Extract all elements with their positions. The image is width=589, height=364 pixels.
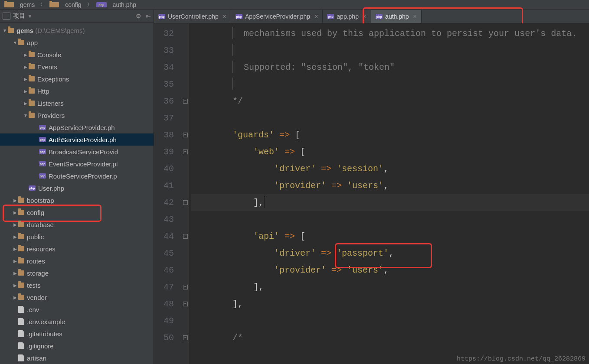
close-icon[interactable]: ×: [223, 13, 226, 20]
tree-row[interactable]: ▶routes: [0, 255, 154, 267]
code-line[interactable]: 'api' => [: [191, 228, 589, 245]
tree-row[interactable]: .gitattributes: [0, 328, 154, 340]
code-line[interactable]: 'web' => [: [191, 143, 589, 160]
tree-row[interactable]: ▼Providers: [0, 109, 154, 121]
php-file-icon: php: [39, 173, 46, 179]
folder-icon: [8, 28, 14, 33]
tree-row[interactable]: ▶vendor: [0, 291, 154, 303]
fold-toggle-icon[interactable]: −: [183, 150, 188, 154]
project-tree[interactable]: ▼ gems (D:\GEMS\gems) ▼app▶Console▶Event…: [0, 23, 154, 364]
code-line[interactable]: 'driver' => 'passport',: [191, 245, 589, 262]
collapse-icon[interactable]: ⇤: [146, 13, 151, 20]
tree-arrow-icon[interactable]: ▼: [23, 113, 29, 118]
tree-row[interactable]: artisan: [0, 352, 154, 364]
tree-row[interactable]: .env.example: [0, 315, 154, 328]
breadcrumb-item[interactable]: gems: [3, 1, 38, 8]
tree-row[interactable]: ▶Console: [0, 49, 154, 61]
fold-toggle-icon[interactable]: −: [183, 234, 188, 239]
code-line[interactable]: Supported: "session", "token": [191, 59, 589, 76]
file-icon: [18, 330, 24, 337]
breadcrumb-item[interactable]: config: [48, 1, 85, 8]
code-line[interactable]: 'guards' => [: [191, 127, 589, 143]
tree-row[interactable]: ▶tests: [0, 279, 154, 291]
php-file-icon: php: [39, 137, 46, 142]
fold-toggle-icon[interactable]: −: [183, 133, 188, 137]
breadcrumb-item[interactable]: phpauth.php: [95, 1, 140, 8]
tree-arrow-icon[interactable]: ▶: [12, 234, 18, 239]
tree-row[interactable]: ▶database: [0, 218, 154, 231]
tree-row[interactable]: ▶resources: [0, 243, 154, 255]
chevron-down-icon[interactable]: ▼: [28, 14, 32, 19]
code-line[interactable]: [191, 110, 589, 127]
tree-row[interactable]: ▶config: [0, 206, 154, 218]
tree-row[interactable]: ▶bootstrap: [0, 194, 154, 206]
editor-tab[interactable]: phpUserController.php×: [154, 10, 231, 23]
tree-arrow-icon[interactable]: ▶: [23, 101, 29, 106]
tree-row[interactable]: phpBroadcastServiceProvid: [0, 146, 154, 158]
folder-icon: [29, 64, 35, 69]
code-line[interactable]: 'provider' => 'users',: [191, 262, 589, 279]
code-line[interactable]: ],: [191, 279, 589, 296]
tree-row[interactable]: phpAppServiceProvider.ph: [0, 121, 154, 133]
tree-arrow-icon[interactable]: ▶: [23, 77, 29, 81]
close-icon[interactable]: ×: [363, 13, 366, 20]
tree-row[interactable]: ▶public: [0, 231, 154, 243]
fold-toggle-icon[interactable]: −: [183, 335, 188, 340]
code-line[interactable]: ],: [191, 296, 589, 312]
code-lines[interactable]: mechanisms used by this application to p…: [189, 23, 589, 364]
tree-row[interactable]: phpEventServiceProvider.pl: [0, 158, 154, 170]
folder-icon: [18, 246, 24, 251]
sidebar-title[interactable]: 项目: [13, 12, 25, 20]
tree-row[interactable]: ▶Http: [0, 85, 154, 97]
tree-row[interactable]: .gitignore: [0, 340, 154, 352]
project-pane-icon[interactable]: [3, 13, 10, 20]
tree-arrow-icon[interactable]: ▶: [12, 259, 18, 263]
close-icon[interactable]: ×: [413, 13, 417, 20]
tree-row[interactable]: ▶Events: [0, 61, 154, 73]
tree-arrow-icon[interactable]: ▶: [12, 198, 18, 203]
code-line[interactable]: [191, 42, 589, 59]
folder-icon: [18, 283, 24, 288]
tree-arrow-icon[interactable]: ▶: [23, 65, 29, 69]
tree-row[interactable]: phpAuthServiceProvider.ph: [0, 133, 154, 146]
tree-arrow-icon[interactable]: ▶: [12, 222, 18, 227]
editor-tab[interactable]: phpapp.php×: [323, 10, 371, 23]
tree-arrow-icon[interactable]: ▶: [23, 89, 29, 94]
tree-arrow-icon[interactable]: ▶: [12, 295, 18, 300]
code-line[interactable]: [191, 312, 589, 329]
php-file-icon: php: [327, 14, 334, 19]
editor-tab[interactable]: phpAppServiceProvider.php×: [231, 10, 323, 23]
code-line[interactable]: */: [191, 93, 589, 110]
tree-row[interactable]: phpUser.php: [0, 182, 154, 194]
tree-row[interactable]: ▶Listeners: [0, 97, 154, 109]
code-line[interactable]: ],: [191, 194, 589, 211]
tree-row[interactable]: ▶Exceptions: [0, 73, 154, 85]
tree-arrow-icon[interactable]: ▶: [12, 271, 18, 276]
tree-arrow-icon[interactable]: ▼: [12, 40, 18, 45]
tree-arrow-icon[interactable]: ▶: [12, 247, 18, 251]
fold-toggle-icon[interactable]: −: [183, 285, 188, 289]
code-line[interactable]: 'provider' => 'users',: [191, 177, 589, 194]
tree-root[interactable]: ▼ gems (D:\GEMS\gems): [0, 24, 154, 36]
tree-row[interactable]: phpRouteServiceProvider.p: [0, 170, 154, 182]
fold-toggle-icon[interactable]: −: [183, 302, 188, 306]
code-line[interactable]: 'driver' => 'session',: [191, 160, 589, 177]
editor-tab[interactable]: phpauth.php×: [371, 10, 422, 23]
code-line[interactable]: [191, 76, 589, 93]
code-editor[interactable]: 32333435363738394041424344454647484950 −…: [154, 23, 589, 364]
fold-toggle-icon[interactable]: −: [183, 99, 188, 104]
code-line[interactable]: /*: [191, 329, 589, 346]
tree-row[interactable]: ▶storage: [0, 267, 154, 279]
tree-arrow-icon[interactable]: ▶: [12, 210, 18, 215]
tree-arrow-icon[interactable]: ▶: [23, 52, 29, 57]
tree-arrow-icon[interactable]: ▶: [12, 283, 18, 288]
tree-row[interactable]: ▼app: [0, 36, 154, 49]
code-line[interactable]: [191, 211, 589, 228]
fold-toggle-icon[interactable]: −: [183, 200, 188, 205]
close-icon[interactable]: ×: [314, 13, 318, 20]
tree-arrow-icon[interactable]: ▼: [2, 28, 8, 33]
fold-column[interactable]: −−−−−−−−: [182, 23, 189, 364]
code-line[interactable]: mechanisms used by this application to p…: [191, 25, 589, 42]
gear-icon[interactable]: ⚙: [136, 13, 141, 20]
tree-row[interactable]: .env: [0, 303, 154, 315]
